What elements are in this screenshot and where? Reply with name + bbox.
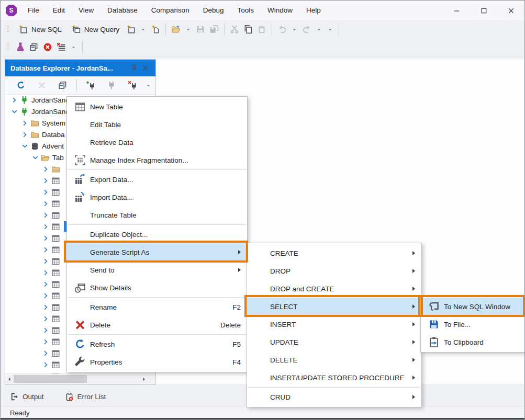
paste-button[interactable] bbox=[255, 22, 269, 37]
context-menu-item-generate-script-as[interactable]: Generate Script As bbox=[67, 243, 247, 261]
context-menu-item-rename[interactable]: RenameF2 bbox=[67, 298, 247, 316]
chevron-right-icon[interactable] bbox=[42, 338, 50, 346]
chevron-right-icon[interactable] bbox=[42, 315, 50, 323]
tab-output[interactable]: Output bbox=[10, 392, 44, 401]
windows-button[interactable] bbox=[27, 40, 41, 54]
chevron-right-icon[interactable] bbox=[42, 326, 50, 334]
context-menu-item-properties[interactable]: PropertiesF4 bbox=[67, 353, 247, 371]
stop-button[interactable] bbox=[41, 40, 54, 54]
chevron-right-icon[interactable] bbox=[42, 188, 50, 196]
context-menu-item-delete[interactable]: DeleteDelete bbox=[67, 316, 247, 334]
save-all-button[interactable] bbox=[207, 22, 221, 37]
open-button[interactable] bbox=[169, 22, 183, 37]
script-submenu-item-drop[interactable]: DROP bbox=[247, 262, 421, 280]
new-document-button[interactable] bbox=[149, 22, 162, 37]
context-menu-item-manage-index-fragmentation[interactable]: Manage Index Fragmentation... bbox=[67, 151, 247, 169]
undo-button[interactable] bbox=[275, 22, 289, 37]
script-submenu-item-insert[interactable]: INSERT bbox=[247, 315, 421, 333]
menubar-item-view[interactable]: View bbox=[72, 1, 100, 20]
pin-button[interactable] bbox=[128, 62, 140, 74]
dropdown-caret[interactable] bbox=[143, 83, 154, 88]
chevron-right-icon[interactable] bbox=[21, 119, 29, 127]
toolbar-grip[interactable]: ⋮ bbox=[3, 24, 14, 35]
debug-flask-button[interactable] bbox=[14, 40, 27, 54]
maximize-button[interactable] bbox=[470, 1, 497, 20]
cut-button[interactable] bbox=[228, 22, 241, 37]
chevron-right-icon[interactable] bbox=[42, 280, 50, 288]
script-submenu-item-insert-update-stored-procedure[interactable]: INSERT/UPDATE STORED PROCEDURE bbox=[247, 369, 421, 387]
chevron-right-icon[interactable] bbox=[42, 211, 50, 219]
context-menu-item-new-table[interactable]: New Table bbox=[67, 98, 247, 116]
menubar-item-debug[interactable]: Debug bbox=[196, 1, 231, 20]
new-sql-button[interactable]: New SQL bbox=[14, 22, 66, 37]
script-submenu-item-delete[interactable]: DELETE bbox=[247, 351, 421, 369]
chevron-down-icon[interactable] bbox=[21, 142, 29, 150]
tab-error-list[interactable]: Error List bbox=[65, 392, 106, 401]
panel-close-button[interactable] bbox=[140, 62, 151, 74]
horizontal-scrollbar[interactable] bbox=[5, 373, 155, 384]
chevron-right-icon[interactable] bbox=[42, 165, 50, 173]
dropdown-caret[interactable] bbox=[68, 44, 79, 50]
disconnect-button[interactable] bbox=[122, 78, 143, 93]
new-query-button[interactable]: New Query bbox=[66, 22, 125, 37]
context-menu-item-edit-table[interactable]: Edit Table bbox=[67, 116, 247, 133]
dropdown-caret[interactable] bbox=[183, 27, 194, 32]
context-menu-item-send-to[interactable]: Send to bbox=[67, 261, 247, 279]
script-submenu-item-create[interactable]: CREATE bbox=[247, 244, 421, 262]
context-menu-item-duplicate-object[interactable]: Duplicate Object... bbox=[67, 225, 247, 243]
scroll-right-icon[interactable] bbox=[141, 375, 148, 382]
scrollbar-thumb[interactable] bbox=[14, 375, 87, 383]
menubar-item-tools[interactable]: Tools bbox=[230, 1, 261, 20]
context-menu-item-retrieve-data[interactable]: Retrieve Data bbox=[67, 133, 247, 151]
close-button[interactable] bbox=[497, 1, 524, 20]
context-menu-item-import-data[interactable]: Import Data... bbox=[67, 188, 247, 206]
chevron-right-icon[interactable] bbox=[42, 223, 50, 231]
script-submenu-item-drop-and-create[interactable]: DROP and CREATE bbox=[247, 280, 421, 298]
chevron-right-icon[interactable] bbox=[42, 257, 50, 265]
dropdown-caret[interactable] bbox=[314, 27, 325, 32]
chevron-right-icon[interactable] bbox=[21, 131, 29, 139]
chevron-right-icon[interactable] bbox=[10, 96, 18, 104]
chevron-right-icon[interactable] bbox=[42, 303, 50, 311]
chevron-right-icon[interactable] bbox=[42, 177, 50, 185]
connect-button[interactable] bbox=[101, 78, 122, 93]
refresh-button[interactable] bbox=[10, 78, 31, 93]
windows-button[interactable] bbox=[52, 78, 73, 93]
chevron-down-icon[interactable] bbox=[31, 154, 39, 162]
menubar-item-comparison[interactable]: Comparison bbox=[144, 1, 196, 20]
target-submenu-item-to-clipboard[interactable]: To Clipboard bbox=[421, 333, 524, 351]
skip-statements-button[interactable] bbox=[54, 40, 68, 54]
script-submenu-item-update[interactable]: UPDATE bbox=[247, 333, 421, 351]
toolbar-grip[interactable]: ⋮ bbox=[3, 42, 14, 52]
new-connection-button[interactable] bbox=[80, 78, 101, 93]
save-button[interactable] bbox=[194, 22, 207, 37]
dropdown-caret[interactable] bbox=[289, 27, 300, 32]
menubar-item-database[interactable]: Database bbox=[100, 1, 144, 20]
chevron-down-icon[interactable] bbox=[10, 108, 18, 116]
script-submenu-item-crud[interactable]: CRUD bbox=[247, 388, 421, 406]
menubar-item-edit[interactable]: Edit bbox=[46, 1, 72, 20]
context-menu-item-refresh[interactable]: RefreshF5 bbox=[67, 335, 247, 353]
chevron-right-icon[interactable] bbox=[42, 349, 50, 357]
menubar-item-help[interactable]: Help bbox=[299, 1, 328, 20]
minimize-button[interactable] bbox=[443, 1, 470, 20]
copy-button[interactable] bbox=[241, 22, 255, 37]
chevron-right-icon[interactable] bbox=[42, 269, 50, 277]
scroll-left-icon[interactable] bbox=[6, 375, 14, 382]
new-window-button[interactable] bbox=[124, 22, 138, 37]
chevron-right-icon[interactable] bbox=[42, 200, 50, 208]
context-menu-item-export-data[interactable]: Export Data... bbox=[67, 171, 247, 188]
script-submenu-item-select[interactable]: SELECT bbox=[247, 298, 421, 315]
chevron-right-icon[interactable] bbox=[42, 246, 50, 254]
target-submenu-item-to-new-sql-window[interactable]: To New SQL Window bbox=[421, 298, 524, 315]
chevron-right-icon[interactable] bbox=[42, 361, 50, 369]
dropdown-caret[interactable] bbox=[325, 27, 336, 32]
menubar-item-window[interactable]: Window bbox=[261, 1, 299, 20]
context-menu-item-show-details[interactable]: Show Details bbox=[67, 279, 247, 297]
delete-button[interactable] bbox=[31, 78, 52, 93]
chevron-right-icon[interactable] bbox=[42, 292, 50, 300]
chevron-right-icon[interactable] bbox=[42, 234, 50, 242]
redo-button[interactable] bbox=[300, 22, 314, 37]
target-submenu-item-to-file[interactable]: To File... bbox=[421, 315, 524, 333]
menubar-item-file[interactable]: File bbox=[21, 1, 46, 20]
